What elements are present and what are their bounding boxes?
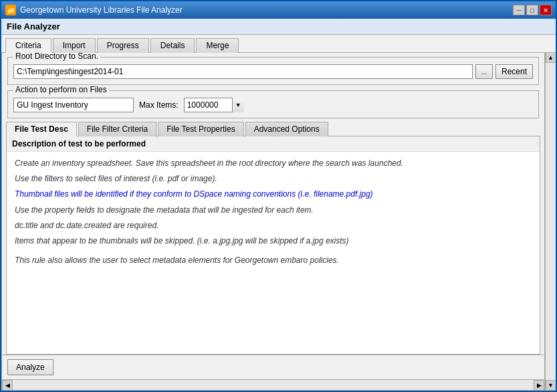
description-header: Description of test to be performed: [7, 136, 540, 152]
max-items-label: Max Items:: [139, 100, 179, 110]
desc-line-3: Thumbnail files will be identified if th…: [15, 188, 532, 201]
close-button[interactable]: ✕: [540, 5, 552, 15]
browse-button[interactable]: ...: [475, 64, 493, 79]
tab-progress[interactable]: Progress: [97, 38, 149, 53]
desc-line-5: dc.title and dc.date.created are require…: [15, 219, 532, 232]
desc-line-7: This rule also allows the user to select…: [15, 254, 532, 267]
action-dropdown[interactable]: GU Ingest Inventory: [13, 98, 134, 112]
tab-details[interactable]: Details: [150, 38, 195, 53]
desc-line-6: Items that appear to be thumbnails will …: [15, 235, 532, 248]
tab-file-filter-criteria[interactable]: File Filter Criteria: [78, 122, 156, 136]
tab-criteria[interactable]: Criteria: [5, 38, 51, 53]
vertical-scrollbar-track[interactable]: [546, 63, 556, 380]
tab-advanced-options[interactable]: Advanced Options: [245, 122, 328, 136]
recent-button[interactable]: Recent: [495, 64, 533, 79]
tab-merge[interactable]: Merge: [196, 38, 239, 53]
scroll-down-button[interactable]: ▼: [546, 380, 556, 391]
file-analyzer-label: File Analyzer: [1, 19, 556, 35]
window-title: Georgetown University Libraries File Ana…: [20, 5, 183, 15]
root-dir-label: Root Directory to Scan.: [13, 52, 100, 61]
tab-import[interactable]: Import: [53, 38, 96, 53]
app-icon: 📁: [5, 5, 16, 15]
scroll-up-button[interactable]: ▲: [546, 52, 556, 63]
tab-file-test-desc[interactable]: File Test Desc: [6, 122, 77, 136]
minimize-button[interactable]: ─: [513, 5, 525, 15]
tab-file-test-properties[interactable]: File Test Properties: [158, 122, 244, 136]
max-items-arrow-icon[interactable]: ▼: [232, 98, 244, 112]
scroll-right-button[interactable]: ▶: [534, 380, 544, 391]
action-label: Action to perform on Files: [13, 85, 109, 94]
scroll-left-button[interactable]: ◀: [2, 380, 13, 391]
description-body: Create an inventory spreadsheet. Save th…: [7, 152, 540, 354]
desc-line-2: Use the filters to select files of inter…: [15, 173, 532, 185]
root-dir-input[interactable]: [13, 64, 473, 79]
desc-line-1: Create an inventory spreadsheet. Save th…: [15, 157, 532, 170]
horizontal-scrollbar-track[interactable]: [13, 380, 534, 390]
analyze-button[interactable]: Analyze: [7, 359, 53, 375]
maximize-button[interactable]: □: [526, 5, 538, 15]
desc-line-4: Use the property fields to designate the…: [15, 204, 532, 217]
